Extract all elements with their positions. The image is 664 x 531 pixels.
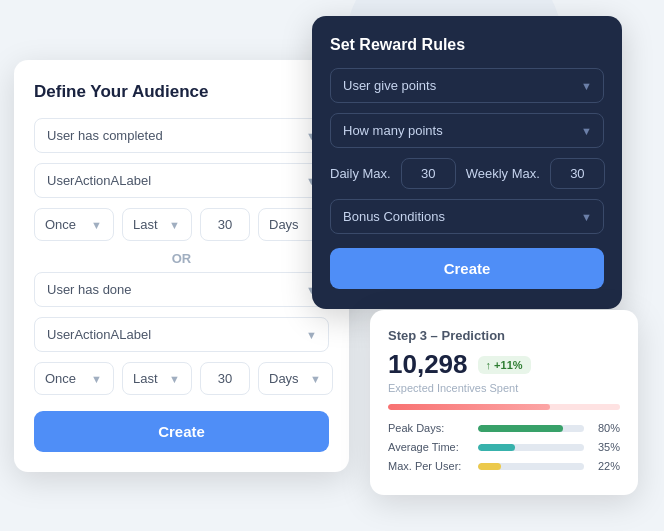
audience-create-button[interactable]: Create	[34, 411, 329, 452]
once-wrap: Once ▼	[34, 208, 114, 241]
avg-time-bar-bg	[478, 444, 584, 451]
reward-max-row: Daily Max. Weekly Max.	[330, 158, 604, 189]
give-points-select[interactable]: User give points	[330, 68, 604, 103]
reward-row2: How many points ▼	[330, 113, 604, 148]
reward-row1: User give points ▼	[330, 68, 604, 103]
audience-row3: Once ▼ Last ▼ Days ▼	[34, 208, 329, 241]
incentives-bar-bg	[388, 404, 620, 410]
last2-select[interactable]: Last	[122, 362, 192, 395]
peak-days-row: Peak Days: 80%	[388, 422, 620, 434]
user-action-a-select[interactable]: UserActionALabel	[34, 163, 329, 198]
days2-select[interactable]: Days	[258, 362, 333, 395]
prediction-title: Step 3 – Prediction	[388, 328, 620, 343]
once2-select[interactable]: Once	[34, 362, 114, 395]
audience-title: Define Your Audience	[34, 82, 329, 102]
user-action-b-select[interactable]: UserActionALabel	[34, 317, 329, 352]
avg-time-bar-fill	[478, 444, 515, 451]
max-per-user-pct: 22%	[592, 460, 620, 472]
max-per-user-bar-fill	[478, 463, 501, 470]
last2-wrap: Last ▼	[122, 362, 192, 395]
days2-number-input[interactable]	[200, 362, 250, 395]
weekly-max-label: Weekly Max.	[466, 166, 540, 181]
avg-time-label: Average Time:	[388, 441, 470, 453]
avg-time-pct: 35%	[592, 441, 620, 453]
max-per-user-row: Max. Per User: 22%	[388, 460, 620, 472]
user-completed-select[interactable]: User has completed	[34, 118, 329, 153]
daily-max-label: Daily Max.	[330, 166, 391, 181]
incentives-bar-fill	[388, 404, 550, 410]
peak-days-label: Peak Days:	[388, 422, 470, 434]
reward-card: Set Reward Rules User give points ▼ How …	[312, 16, 622, 309]
days-number-input[interactable]	[200, 208, 250, 241]
peak-days-pct: 80%	[592, 422, 620, 434]
peak-days-bar-bg	[478, 425, 584, 432]
how-many-points-select[interactable]: How many points	[330, 113, 604, 148]
reward-title: Set Reward Rules	[330, 36, 604, 54]
once-select[interactable]: Once	[34, 208, 114, 241]
audience-row1: User has completed ▼	[34, 118, 329, 153]
last-wrap: Last ▼	[122, 208, 192, 241]
max-per-user-label: Max. Per User:	[388, 460, 470, 472]
prediction-number: 10,298	[388, 349, 468, 380]
prediction-badge: ↑ +11%	[478, 356, 531, 374]
avg-time-row: Average Time: 35%	[388, 441, 620, 453]
prediction-card: Step 3 – Prediction 10,298 ↑ +11% Expect…	[370, 310, 638, 495]
daily-max-input[interactable]	[401, 158, 456, 189]
audience-row4: User has done ▼	[34, 272, 329, 307]
weekly-max-input[interactable]	[550, 158, 605, 189]
last-select[interactable]: Last	[122, 208, 192, 241]
bonus-conditions-select[interactable]: Bonus Conditions	[330, 199, 604, 234]
prediction-sub: Expected Incentives Spent	[388, 382, 620, 394]
reward-row3: Bonus Conditions ▼	[330, 199, 604, 234]
or-divider: OR	[34, 251, 329, 266]
once2-wrap: Once ▼	[34, 362, 114, 395]
audience-card: Define Your Audience User has completed …	[14, 60, 349, 472]
audience-row5: UserActionALabel ▼	[34, 317, 329, 352]
audience-row6: Once ▼ Last ▼ Days ▼	[34, 362, 329, 395]
max-per-user-bar-bg	[478, 463, 584, 470]
audience-row2: UserActionALabel ▼	[34, 163, 329, 198]
incentives-bar	[388, 404, 620, 410]
user-done-select[interactable]: User has done	[34, 272, 329, 307]
reward-create-button[interactable]: Create	[330, 248, 604, 289]
peak-days-bar-fill	[478, 425, 563, 432]
days2-wrap: Days ▼	[258, 362, 333, 395]
